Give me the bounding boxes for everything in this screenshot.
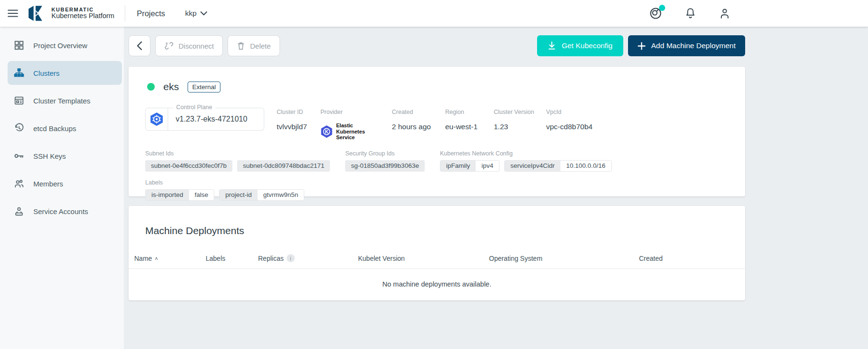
- clusters-tree-icon: [13, 67, 25, 79]
- sort-asc-icon: ˄: [155, 256, 158, 261]
- machine-deployments-table-header: Name ˄ Labels Replicas i Kubelet Version…: [129, 248, 745, 269]
- column-header-replicas: Replicas i: [258, 254, 358, 262]
- sidebar-item-project-overview[interactable]: Project Overview: [8, 33, 122, 57]
- cluster-details-card: eks External Control Plane v1.23.7-: [129, 67, 745, 196]
- sidebar-item-ssh-keys[interactable]: SSH Keys: [8, 144, 122, 168]
- get-kubeconfig-button[interactable]: Get Kubeconfig: [537, 35, 623, 56]
- sidebar-item-members[interactable]: Members: [8, 172, 122, 195]
- service-account-icon: [13, 205, 25, 217]
- sidebar-item-label: etcd Backups: [33, 124, 76, 133]
- top-navbar: KUBERMATIC Kubernetes Platform Projects …: [0, 0, 868, 27]
- grid-icon: [13, 40, 25, 51]
- sidebar-item-etcd-backups[interactable]: etcd Backups: [8, 116, 122, 140]
- sidebar-item-label: SSH Keys: [33, 152, 66, 160]
- header-divider: [125, 5, 125, 21]
- cluster-status-indicator: [147, 83, 155, 91]
- members-icon: [13, 178, 25, 189]
- sidebar-item-label: Members: [33, 180, 63, 188]
- delete-label: Delete: [250, 42, 270, 50]
- subnet-chip: subnet-0e4f6ccd30fec0f7b: [145, 160, 232, 172]
- kubermatic-logo[interactable]: KUBERMATIC Kubernetes Platform: [29, 5, 114, 22]
- brand-text: KUBERMATIC Kubernetes Platform: [51, 7, 114, 20]
- template-icon: [13, 95, 25, 106]
- machine-deployments-card: Machine Deployments Name ˄ Labels Replic…: [129, 206, 745, 300]
- sidebar-item-label: Project Overview: [33, 41, 87, 50]
- bell-icon: [684, 7, 697, 20]
- disconnect-button[interactable]: Disconnect: [155, 35, 223, 56]
- machine-deployments-title: Machine Deployments: [129, 218, 745, 236]
- provider-name: Elastic Kubernetes Service: [336, 123, 378, 141]
- network-config-chip: serviceIpv4Cidr 10.100.0.0/16: [504, 160, 612, 172]
- field-cluster-id: Cluster ID tvlvvbjld7: [277, 108, 308, 141]
- control-plane-version-box: Control Plane v1.23.7-eks-4721010: [145, 108, 264, 131]
- control-plane-label: Control Plane: [173, 104, 215, 111]
- notifications-button[interactable]: [684, 7, 697, 20]
- add-machine-deployment-button[interactable]: Add Machine Deployment: [628, 35, 746, 56]
- projects-nav-label[interactable]: Projects: [137, 9, 165, 18]
- network-config-group: Kubernetes Network Config ipFamily ipv4 …: [440, 150, 612, 172]
- history-clock-icon: [13, 123, 25, 134]
- menu-icon[interactable]: [7, 7, 19, 20]
- add-machine-deployment-label: Add Machine Deployment: [651, 41, 736, 50]
- label-chip: project-id gtvrmw9n5n: [219, 189, 304, 201]
- column-header-created: Created: [639, 255, 745, 262]
- sidebar-item-label: Cluster Templates: [33, 97, 90, 105]
- info-icon[interactable]: i: [287, 254, 295, 262]
- sidebar-item-cluster-templates[interactable]: Cluster Templates: [8, 89, 122, 113]
- sidebar-item-label: Service Accounts: [33, 207, 88, 216]
- plus-icon: [638, 42, 646, 50]
- announcements-button[interactable]: [649, 7, 662, 20]
- field-provider: Provider K Elastic Kubernetes Service: [320, 108, 379, 141]
- disconnect-label: Disconnect: [179, 42, 214, 50]
- brand-line2: Kubernetes Platform: [51, 12, 114, 20]
- kubernetes-icon: [150, 112, 164, 126]
- field-vpc-id: VpcId vpc-cd8b70b4: [546, 108, 592, 141]
- field-region: Region eu-west-1: [445, 108, 481, 141]
- chevron-down-icon: [200, 11, 207, 16]
- column-header-labels: Labels: [206, 255, 258, 262]
- eks-provider-icon: K: [320, 125, 333, 138]
- svg-text:K: K: [325, 129, 329, 134]
- field-created: Created 2 hours ago: [392, 108, 433, 141]
- security-group-chip: sg-01850ad3f99b3063e: [345, 160, 425, 172]
- project-selector[interactable]: kkp: [185, 9, 207, 18]
- chevron-left-icon: [136, 41, 143, 51]
- column-header-operating-system: Operating System: [489, 255, 639, 262]
- sidebar: Project Overview Clusters Cluster: [0, 27, 124, 349]
- sidebar-item-label: Clusters: [33, 69, 60, 77]
- user-menu-button[interactable]: [718, 7, 731, 20]
- current-project-name: kkp: [185, 9, 197, 18]
- notification-dot: [659, 5, 665, 11]
- user-icon: [718, 7, 731, 20]
- subnet-chip: subnet-0dc809748bdac2171: [237, 160, 330, 172]
- column-header-name[interactable]: Name ˄: [134, 255, 206, 262]
- download-icon: [548, 41, 556, 51]
- get-kubeconfig-label: Get Kubeconfig: [562, 41, 613, 50]
- label-chip: is-imported false: [145, 189, 214, 201]
- cluster-toolbar: Disconnect Delete Get Kubeconfig Add Mac…: [129, 35, 745, 56]
- trash-icon: [237, 41, 245, 51]
- cluster-name: eks: [163, 81, 179, 92]
- security-group-ids-group: Security Group Ids sg-01850ad3f99b3063e: [345, 150, 425, 172]
- back-button[interactable]: [129, 35, 150, 56]
- external-badge: External: [188, 82, 221, 92]
- kubermatic-logo-icon: [29, 5, 47, 22]
- labels-group: Labels is-imported false project-id gtvr…: [145, 179, 304, 201]
- network-config-chip: ipFamily ipv4: [440, 160, 499, 172]
- empty-table-message: No machine deployments available.: [129, 269, 745, 288]
- sidebar-item-clusters[interactable]: Clusters: [8, 61, 122, 85]
- field-cluster-version: Cluster Version 1.23: [494, 108, 534, 141]
- key-icon: [13, 150, 25, 162]
- control-plane-version: v1.23.7-eks-4721010: [168, 108, 264, 130]
- subnet-ids-group: Subnet Ids subnet-0e4f6ccd30fec0f7b subn…: [145, 150, 330, 172]
- sidebar-item-service-accounts[interactable]: Service Accounts: [8, 199, 122, 223]
- unlink-icon: [164, 41, 174, 51]
- delete-button[interactable]: Delete: [228, 35, 279, 56]
- column-header-kubelet-version: Kubelet Version: [358, 255, 489, 262]
